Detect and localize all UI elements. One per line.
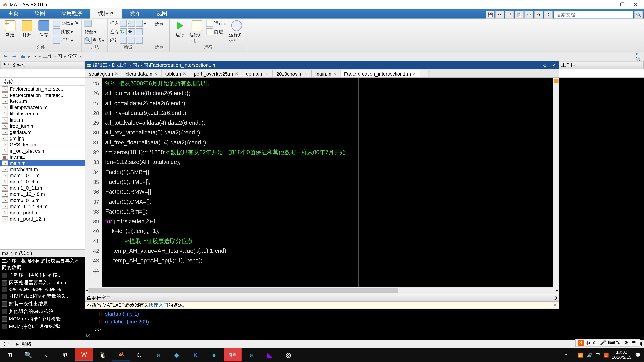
find-files-button[interactable]: 查找文件 <box>53 19 79 27</box>
file-list-item[interactable]: fxmatchdata.m <box>0 166 85 172</box>
file-list-item[interactable]: fxmom_portf.m <box>0 210 85 216</box>
advance-button[interactable]: 前进 <box>206 28 228 36</box>
file-list-item[interactable]: fxfillinfaszero.m <box>0 110 85 117</box>
editor-horizontal-scrollbar[interactable]: ◂▸ <box>85 287 559 294</box>
detail-row[interactable]: 主程序，根据不同的模... <box>0 271 85 279</box>
taskbar-app-explorer[interactable]: 🗂 <box>131 348 148 362</box>
taskbar-app-edge[interactable]: e <box>242 348 260 362</box>
tab-close-icon[interactable]: ✕ <box>154 71 158 76</box>
addr-seg-drive[interactable]: D: <box>32 54 37 59</box>
window-maximize-button[interactable]: ❐ <box>616 0 629 8</box>
detail-row[interactable]: 可以把size和别的变量的5... <box>0 293 85 300</box>
window-minimize-button[interactable]: — <box>602 0 616 8</box>
indent-button[interactable]: 缩进 <box>110 36 146 44</box>
tab-close-icon[interactable]: ✕ <box>265 71 269 76</box>
editor-tab[interactable]: Factorcreation_intersection1.m✕ <box>340 70 420 77</box>
breakpoints-button[interactable]: 断点 <box>152 19 167 27</box>
ribbon-tab-plots[interactable]: 绘图 <box>26 8 53 18</box>
detail-row[interactable]: %%%%%%%%%%%%... <box>0 286 85 293</box>
file-list-item[interactable]: fxfree_turn.m <box>0 123 85 129</box>
command-window-body[interactable]: fx In startup (line 1)In matlabrc (line … <box>85 309 559 340</box>
file-list-item[interactable]: ▦inv.mat <box>0 154 85 160</box>
file-list-item[interactable]: fxmom1_0_1.m <box>0 172 85 178</box>
detail-row[interactable]: 其他组合的GRS检验 <box>0 308 85 315</box>
tray-volume-icon[interactable]: 🔊 <box>587 353 592 357</box>
nav-back-button[interactable]: ⬅ <box>2 53 9 60</box>
editor-message-strip[interactable] <box>553 78 559 287</box>
new-file-button[interactable]: +新建 <box>3 19 18 38</box>
cortana-icon[interactable]: ○ <box>38 348 56 362</box>
taskbar-app-obs[interactable]: ◎ <box>280 348 297 362</box>
file-list-item[interactable]: fxmom_1_12_48.m <box>0 203 85 210</box>
tray-ime-icon[interactable]: S <box>604 353 608 357</box>
print-button[interactable]: 打印▾ <box>53 36 79 44</box>
ribbon-tab-home[interactable]: 主页 <box>0 8 26 18</box>
editor-tab[interactable]: table.m✕ <box>161 70 190 77</box>
detail-row[interactable]: 因子处理需要导入alldata, rf <box>0 279 85 286</box>
cmd-link[interactable]: startup <box>105 311 121 317</box>
taskbar-app-matlab[interactable] <box>112 348 130 362</box>
editor-close-icon[interactable]: ✕ <box>550 62 557 68</box>
addr-search-icon[interactable]: ▾ 🔍 <box>635 53 642 60</box>
tab-close-icon[interactable]: ✕ <box>304 71 308 76</box>
file-list-item[interactable]: fxgetdata.m <box>0 129 85 135</box>
detail-row[interactable]: MOM grs持仓1个月检验 <box>0 315 85 323</box>
find-button[interactable]: 🔍查找▾ <box>84 36 104 44</box>
ime-settings-icon[interactable]: ⚙ <box>624 340 630 346</box>
tab-close-icon[interactable]: ✕ <box>235 71 238 76</box>
tab-close-icon[interactable]: ✕ <box>115 71 118 76</box>
tray-lang-label[interactable]: 中 <box>596 352 600 358</box>
taskbar-search-icon[interactable]: 🔍 <box>20 348 37 362</box>
file-list-item[interactable]: fxmom1_12_48.m <box>0 191 85 197</box>
ime-mic-icon[interactable]: 🎤 <box>600 340 606 346</box>
file-list-item[interactable]: fxin_out_shares.m <box>0 148 85 154</box>
window-close-button[interactable]: ✕ <box>629 0 642 8</box>
open-file-button[interactable]: 打开 <box>20 19 34 38</box>
ime-emoji-icon[interactable]: ☺ <box>592 340 598 346</box>
file-list-item[interactable]: fxmom1_0_6.m <box>0 178 85 185</box>
tray-clock[interactable]: 10:32 2020/2/13 <box>612 350 632 360</box>
qat-redo-icon[interactable]: ↷ <box>534 10 543 18</box>
ime-mode-label[interactable]: 中 <box>586 340 590 347</box>
file-name-header[interactable]: 名称 <box>0 78 85 86</box>
taskbar-app-browser2[interactable]: ● <box>205 348 223 362</box>
file-details-list[interactable]: 主程序，根据不同的模块需要导入不同的数据主程序，根据不同的模...因子处理需要导… <box>0 257 85 340</box>
taskbar-app-dingtalk[interactable]: ◆ <box>168 348 186 362</box>
qat-help-icon[interactable]: ? <box>544 10 553 18</box>
comment-button[interactable]: 注释 %⚹ <box>110 28 146 36</box>
taskbar-app-generic[interactable]: ◣ <box>261 348 278 362</box>
taskbar-app-kugou[interactable]: K <box>187 348 204 362</box>
file-list-item[interactable]: fxmom_portf_12.m <box>0 216 85 222</box>
file-list-item[interactable]: fxfirst.m <box>0 117 85 123</box>
tray-chevron-icon[interactable]: ^ <box>565 353 567 357</box>
tab-close-icon[interactable]: ✕ <box>333 71 336 76</box>
tray-wifi-icon[interactable]: 📶 <box>578 353 583 357</box>
ime-keyboard-icon[interactable]: ⌨ <box>608 340 614 346</box>
detail-row[interactable]: 封装一次性出结果 <box>0 300 85 308</box>
workspace-value-header[interactable]: 值 <box>602 70 642 77</box>
file-list-item[interactable]: fxmom6_0_6.m <box>0 197 85 203</box>
nav-fwd-button[interactable]: ➡ <box>10 53 18 60</box>
ribbon-tab-view[interactable]: 视图 <box>148 8 175 18</box>
qat-paste-icon[interactable]: 📋 <box>515 10 524 18</box>
file-list-item[interactable]: fxFactorcreation_intersec... <box>0 86 85 92</box>
tray-battery-icon[interactable]: ▭ <box>570 353 574 357</box>
file-list-item[interactable]: fxmom1_0_11.m <box>0 185 85 191</box>
tab-close-icon[interactable]: ✕ <box>183 71 186 76</box>
workspace-name-header[interactable]: 名称 <box>561 70 602 77</box>
editor-code-area[interactable]: %% 把从2000年6月开始的所有数据调出all_btm=alldata(8).… <box>102 78 553 287</box>
insert-button[interactable]: 插入 fx▾ <box>110 19 146 27</box>
editor-tab[interactable]: portf_overlap25.m✕ <box>190 70 242 77</box>
ime-toolbar[interactable]: S 中 ☺ 🎤 ⌨ ✎ ⚙ ≣ <box>576 339 640 347</box>
addr-seg-1[interactable]: 工作学习 <box>43 53 62 60</box>
editor-warning-marker[interactable] <box>554 79 558 83</box>
run-time-button[interactable]: 运行并计时 <box>229 19 244 44</box>
ime-logo-icon[interactable]: S <box>578 340 584 346</box>
tab-close-icon[interactable]: ✕ <box>412 71 416 76</box>
file-list-item[interactable]: ▭grs.jpg <box>0 135 85 141</box>
editor-tab[interactable]: main.m✕ <box>311 70 340 77</box>
detail-row[interactable]: MOM 持仓6个月grs检验 <box>0 323 85 330</box>
file-list[interactable]: fxFactorcreation_intersec...fxFactorcrea… <box>0 86 85 249</box>
cmd-link[interactable]: (line 1) <box>122 311 139 317</box>
file-list-item[interactable]: fxfGRS.m <box>0 98 85 104</box>
